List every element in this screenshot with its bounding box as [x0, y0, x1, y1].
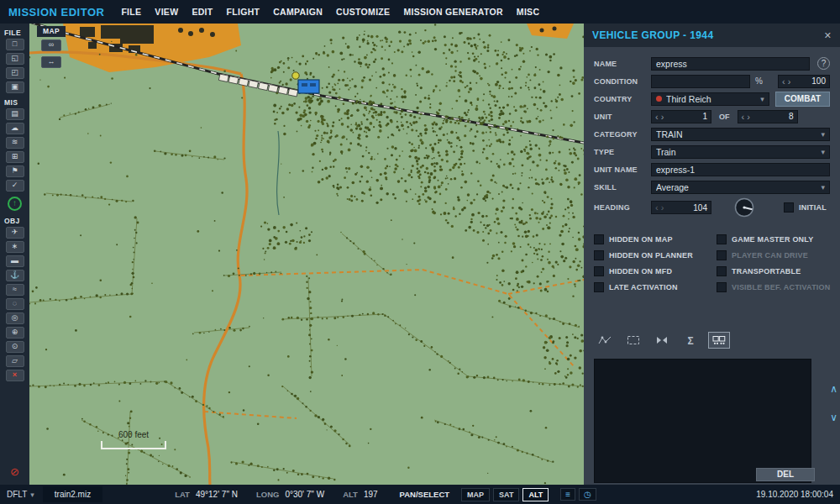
tab-train[interactable]	[708, 332, 730, 349]
heading-value: 104	[666, 203, 707, 213]
menu-flight[interactable]: FLIGHT	[227, 7, 260, 17]
validate-button[interactable]: ✓	[6, 180, 24, 192]
category-dropdown[interactable]: TRAIN ▾	[651, 128, 830, 141]
add-helicopter-button[interactable]: ∗	[6, 241, 24, 253]
map-image[interactable]	[29, 24, 584, 485]
tab-links[interactable]	[651, 332, 673, 349]
late-activation-label: LATE ACTIVATION	[609, 283, 678, 291]
briefing-button[interactable]: ▤	[6, 108, 24, 120]
menu-file[interactable]: FILE	[121, 7, 141, 17]
goals-icon: ⚑	[11, 166, 18, 175]
save-mission-button[interactable]: ▣	[6, 81, 24, 93]
routes-tool-button[interactable]: ≈	[6, 284, 24, 296]
app-title: MISSION EDITOR	[8, 6, 104, 18]
spin-left-icon[interactable]: ‹	[742, 113, 745, 121]
condition-spinner[interactable]: ‹ › 100	[778, 75, 830, 88]
add-ship-button[interactable]: ⚓	[6, 270, 24, 281]
close-icon[interactable]: ✕	[824, 30, 832, 41]
recent-missions-button[interactable]: ◰	[6, 67, 24, 79]
menu-edit[interactable]: EDIT	[192, 7, 213, 17]
menu-misc[interactable]: MISC	[517, 7, 539, 17]
menu-campaign[interactable]: CAMPAIGN	[273, 7, 323, 17]
time-settings-icon[interactable]: ◷	[579, 488, 596, 501]
hidden-on-planner-checkbox[interactable]	[594, 250, 604, 260]
country-dropdown[interactable]: Third Reich ▾	[651, 92, 769, 106]
menu-customize[interactable]: CUSTOMIZE	[336, 7, 390, 17]
game-master-only-checkbox[interactable]	[717, 234, 727, 244]
alt-layer-button[interactable]: ALT	[522, 488, 549, 501]
heading-compass[interactable]	[733, 197, 755, 218]
template-tool-button[interactable]: ▱	[6, 355, 24, 367]
new-mission-button[interactable]: □	[6, 39, 24, 50]
type-label: TYPE	[594, 148, 651, 156]
triggers-icon: ⊞	[12, 152, 18, 160]
map-link-tool-button[interactable]: ∞	[41, 39, 61, 51]
map-tools-label: MAP	[37, 26, 66, 37]
tab-zone[interactable]	[622, 332, 644, 349]
condition-input[interactable]	[651, 75, 750, 88]
transportable-checkbox[interactable]	[717, 266, 727, 276]
spin-left-icon[interactable]: ‹	[782, 77, 785, 86]
weather-button[interactable]: ☁	[6, 123, 24, 134]
type-dropdown[interactable]: Train ▾	[651, 145, 830, 159]
target-tool-button[interactable]: ◎	[6, 312, 24, 324]
farp-tool-button[interactable]: ⊙	[6, 341, 24, 353]
triggers-button[interactable]: ⊞	[6, 151, 24, 163]
name-input[interactable]	[651, 57, 810, 71]
spin-right-icon[interactable]: ›	[788, 77, 791, 86]
map-layer-button[interactable]: MAP	[461, 488, 490, 501]
spin-right-icon[interactable]: ›	[661, 203, 664, 212]
add-ground-unit-button[interactable]: ▬	[6, 255, 24, 267]
hidden-on-mfd-checkbox[interactable]	[594, 266, 604, 276]
sound-icon: ≋	[12, 138, 18, 146]
heading-spinner[interactable]: ‹ › 104	[651, 201, 711, 214]
filters-toggle-icon[interactable]: ≡	[560, 488, 575, 501]
skill-row: SKILL Average ▾	[594, 178, 830, 196]
sound-button[interactable]: ≋	[6, 137, 24, 149]
spin-left-icon[interactable]: ‹	[655, 203, 659, 212]
visible-bef-activation-checkbox	[717, 282, 727, 292]
selected-train-unit[interactable]	[298, 80, 319, 93]
takeoff-icon: ↑	[13, 198, 17, 207]
initial-checkbox[interactable]	[784, 202, 794, 213]
open-mission-icon: ◱	[11, 54, 18, 62]
unit-index-spinner[interactable]: ‹ › 1	[651, 110, 711, 123]
trigger-zone-button[interactable]: ◌	[6, 298, 24, 310]
group-waypoint-marker[interactable]	[292, 72, 299, 79]
unit-count-spinner[interactable]: ‹ › 8	[738, 110, 798, 123]
of-label: OF	[719, 113, 730, 121]
map-ruler-icon: ↔	[48, 57, 55, 66]
mission-file-tab[interactable]: train2.miz	[43, 486, 102, 502]
fly-mission-button[interactable]: ↑	[8, 197, 22, 211]
map-preset-dropdown[interactable]: DFLT ▾	[7, 490, 34, 499]
tab-summary[interactable]: Σ	[680, 332, 701, 349]
sat-layer-button[interactable]: SAT	[493, 488, 519, 501]
help-icon[interactable]: ?	[817, 57, 830, 70]
map-ruler-tool-button[interactable]: ↔	[41, 56, 61, 68]
game-master-only-label: GAME MASTER ONLY	[732, 235, 813, 244]
spin-left-icon[interactable]: ‹	[655, 113, 659, 121]
spin-right-icon[interactable]: ›	[661, 113, 664, 121]
waypoint-tool-button[interactable]: ⊕	[6, 327, 24, 339]
del-button[interactable]: DEL	[756, 468, 815, 481]
farp-icon: ⊙	[12, 342, 18, 350]
tab-route[interactable]	[594, 332, 616, 349]
train-car-list[interactable]	[594, 359, 811, 483]
add-aircraft-button[interactable]: ✈	[6, 227, 24, 239]
hidden-on-map-checkbox[interactable]	[594, 234, 604, 244]
unit-name-input[interactable]	[651, 163, 830, 176]
list-up-icon[interactable]: ∧	[830, 383, 837, 395]
menu-mission-generator[interactable]: MISSION GENERATOR	[403, 7, 502, 17]
map-canvas[interactable]: MAP ∞ ↔ 600 feet	[29, 24, 584, 485]
spin-right-icon[interactable]: ›	[747, 113, 750, 121]
goals-button[interactable]: ⚑	[6, 165, 24, 177]
combat-button[interactable]: COMBAT	[775, 92, 830, 107]
late-activation-checkbox[interactable]	[594, 282, 604, 292]
list-down-icon[interactable]: ∨	[830, 412, 837, 423]
menu-view[interactable]: VIEW	[155, 7, 178, 17]
delete-unit-button[interactable]: ×	[6, 370, 24, 381]
left-toolbar: FILE □ ◱ ◰ ▣ MIS ▤ ☁ ≋ ⊞ ⚑ ✓ ↑ OBJ ✈ ∗ ▬…	[0, 24, 29, 485]
heading-label: HEADING	[594, 203, 651, 212]
skill-dropdown[interactable]: Average ▾	[651, 181, 830, 194]
open-mission-button[interactable]: ◱	[6, 53, 24, 65]
